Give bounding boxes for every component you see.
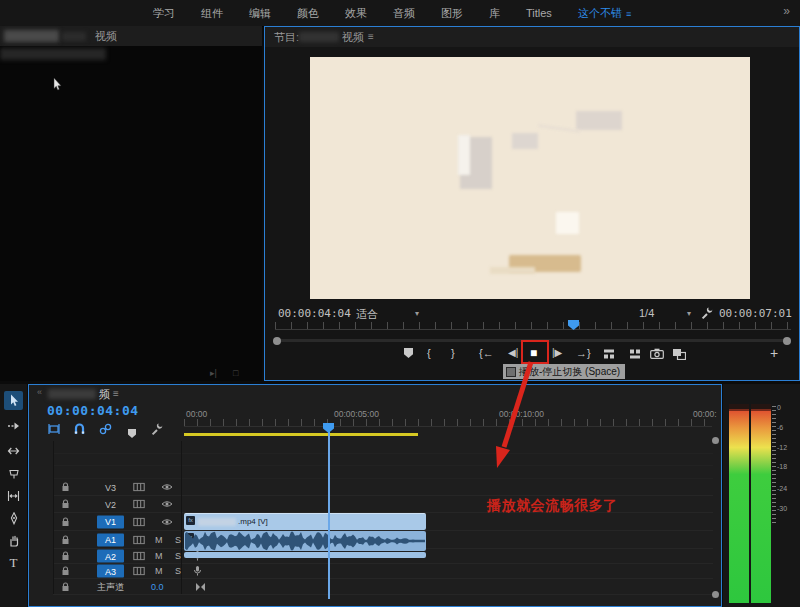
master-level-value[interactable]: 0.0 [151,582,164,592]
source-monitor-viewer[interactable]: ▸| □ [0,46,262,381]
razor-tool[interactable] [4,464,23,483]
lock-icon[interactable] [61,551,70,561]
source-footer-export-icon[interactable]: □ [233,368,238,378]
timeline-settings-wrench-icon[interactable] [151,423,164,436]
go-to-out-button[interactable]: →} [576,347,591,359]
playback-resolution-dropdown[interactable]: 1/4 [639,307,654,319]
track-select-tool[interactable] [4,416,23,435]
workspace-tab-menu-icon[interactable]: ≡ [626,9,631,19]
timeline-playhead[interactable] [323,423,334,433]
audio-clip[interactable]: fx [184,531,426,551]
sync-lock-icon[interactable] [133,500,145,509]
video-clip[interactable]: fx .mp4 [V] [184,513,426,530]
export-frame-camera-icon[interactable] [650,348,664,359]
linked-selection-icon[interactable] [99,423,112,435]
fit-bowtie-icon[interactable] [195,582,206,592]
workspace-tab-audio[interactable]: 音频 [380,0,428,26]
timeline-playhead-line[interactable] [328,431,330,599]
source-panel-header[interactable]: 视频 [0,26,262,46]
panel-menu-icon[interactable]: ≡ [368,31,374,42]
type-tool[interactable]: T [4,553,23,572]
panel-menu-icon[interactable]: ≡ [113,388,119,399]
workspace-tab-titles[interactable]: Titles [513,0,565,26]
insert-nested-sequence-icon[interactable] [47,423,61,435]
track-row-a3[interactable]: A3 M S [53,564,713,579]
eye-toggle-icon[interactable] [161,500,173,509]
program-panel-header[interactable]: 节目: 视频 ≡ [265,27,799,47]
step-forward-button[interactable]: |▶ [552,347,562,358]
timeline-tab-label[interactable]: 频 [99,387,110,402]
timeline-add-marker-icon[interactable] [128,424,136,442]
slip-tool[interactable] [4,486,23,505]
sync-lock-icon[interactable] [133,552,145,561]
zoom-fit-dropdown[interactable]: 适合 [356,307,378,322]
work-area-bar[interactable] [184,433,418,436]
lock-icon[interactable] [61,482,70,492]
workspace-tab-graphics[interactable]: 图形 [428,0,476,26]
go-to-in-button[interactable]: {← [479,347,494,359]
program-video-preview[interactable] [310,57,750,299]
track-label-v2[interactable]: V2 [97,498,124,511]
timeline-scrollbar-top-handle[interactable] [712,437,719,444]
panel-back-icon[interactable]: « [37,387,42,397]
sync-lock-icon[interactable] [133,567,145,576]
timeline-scrollbar-bottom-handle[interactable] [712,591,719,598]
timeline-ruler[interactable] [184,419,712,427]
program-mini-ruler[interactable] [275,322,791,330]
mute-button[interactable]: M [155,535,163,545]
eye-toggle-icon[interactable] [161,517,173,526]
track-label-v1[interactable]: V1 [97,515,124,528]
audio-clip-channel-2[interactable] [184,552,426,558]
workspace-tab-color[interactable]: 颜色 [284,0,332,26]
sync-lock-icon[interactable] [133,535,145,544]
step-back-button[interactable]: ◀| [508,347,518,358]
timeline-timecode[interactable]: 00:00:04:04 [47,403,139,418]
mic-icon[interactable] [193,566,202,577]
workspace-tab-learn[interactable]: 学习 [140,0,188,26]
selection-tool[interactable] [4,391,23,410]
lock-icon[interactable] [61,535,70,545]
lock-icon[interactable] [61,499,70,509]
sync-lock-icon[interactable] [133,517,145,526]
eye-toggle-icon[interactable] [161,483,173,492]
sync-lock-icon[interactable] [133,483,145,492]
workspace-overflow-button[interactable]: » [783,4,790,18]
mute-button[interactable]: M [155,566,163,576]
button-editor-plus[interactable]: + [770,345,778,361]
mute-button[interactable]: M [155,551,163,561]
pen-tool[interactable] [4,509,23,528]
track-label-a1[interactable]: A1 [97,533,124,546]
master-track-label[interactable]: 主声道 [97,580,124,593]
lift-button[interactable] [603,349,615,359]
timeline-panel-header[interactable]: « 频 ≡ [29,385,721,402]
track-label-a2[interactable]: A2 [97,550,124,563]
lock-icon[interactable] [61,566,70,576]
hand-tool[interactable] [4,531,23,550]
workspace-tab-effects[interactable]: 效果 [332,0,380,26]
add-marker-button[interactable] [404,348,413,360]
settings-wrench-icon[interactable] [701,307,714,320]
track-label-v3[interactable]: V3 [97,481,124,494]
chevron-down-icon[interactable]: ▾ [687,309,691,318]
ripple-edit-tool[interactable] [4,441,23,460]
comparison-view-button[interactable] [672,348,686,360]
lock-icon[interactable] [61,582,70,592]
source-footer-play-icon[interactable]: ▸| [210,368,217,378]
scrollbar-right-handle[interactable] [783,337,791,345]
track-row-v3[interactable]: V3 [53,479,713,496]
mark-out-button[interactable]: } [451,347,455,359]
lock-icon[interactable] [61,517,70,527]
workspace-tab-assembly[interactable]: 组件 [188,0,236,26]
workspace-tab-custom[interactable]: 这个不错≡ [565,0,644,27]
workspace-tab-library[interactable]: 库 [476,0,513,26]
snap-magnet-icon[interactable] [73,423,86,435]
track-row-master[interactable]: 主声道 0.0 [53,579,713,595]
extract-button[interactable] [629,349,641,359]
audio-meters-panel[interactable]: 0 -6 -12 -18 -24 -30 [723,384,800,607]
program-current-timecode[interactable]: 00:00:04:04 [278,307,351,320]
chevron-down-icon[interactable]: ▾ [415,309,419,318]
workspace-tab-edit[interactable]: 编辑 [236,0,284,26]
mark-in-button[interactable]: { [427,347,431,359]
track-label-a3[interactable]: A3 [97,565,124,578]
scrollbar-left-handle[interactable] [273,337,281,345]
